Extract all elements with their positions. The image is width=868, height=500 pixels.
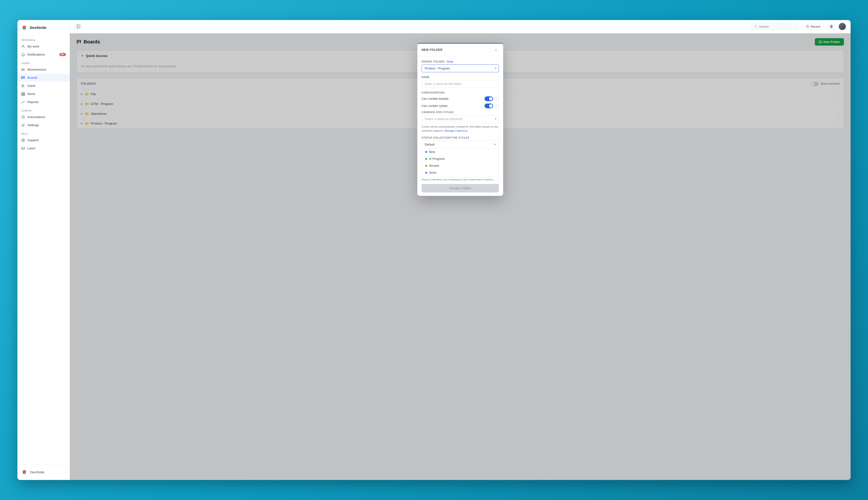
- sidebar-item-reports[interactable]: Reports: [18, 98, 70, 106]
- learn-icon: [21, 147, 25, 150]
- can-contain-cycles-row: Can contain cycles i: [421, 103, 499, 108]
- can-contain-boards-controls: i: [485, 96, 499, 101]
- content-area: Boards New Folder ▼ Quick Access No item…: [70, 33, 850, 480]
- recent-button[interactable]: Recent: [803, 23, 823, 30]
- items-label: Items: [27, 92, 35, 96]
- theme-toggle[interactable]: [827, 23, 835, 30]
- status-list: New In Progress Review: [421, 148, 499, 176]
- workstreams-label: Workstreams: [27, 68, 46, 71]
- status-done-label: Done: [429, 171, 436, 174]
- contrast-icon: [829, 25, 833, 29]
- search-input[interactable]: [759, 25, 796, 29]
- status-collection-dropdown[interactable]: Default ▾: [421, 140, 499, 148]
- sidebar-footer[interactable]: DevStride ›: [18, 464, 70, 480]
- can-contain-cycles-label: Can contain cycles: [421, 104, 448, 107]
- app-logo: DevStride: [18, 20, 70, 36]
- notifications-badge: 99+: [59, 53, 66, 56]
- cadence-hint: Cycles will be automatically created for…: [421, 125, 499, 133]
- items-icon: [21, 92, 25, 96]
- status-done: Done: [422, 169, 499, 176]
- can-contain-cycles-info[interactable]: i: [495, 104, 499, 108]
- reports-label: Reports: [27, 100, 39, 104]
- status-done-dot: [425, 172, 427, 174]
- svg-point-1: [22, 45, 24, 46]
- sidebar-item-learn[interactable]: Learn: [18, 144, 70, 152]
- bottom-app-name: DevStride: [30, 470, 44, 474]
- boards-label: Boards: [27, 76, 38, 79]
- svg-rect-6: [23, 76, 23, 78]
- svg-rect-9: [22, 86, 25, 86]
- status-in-progress-label: In Progress: [429, 157, 445, 161]
- status-in-progress-dot: [425, 158, 427, 160]
- settings-label: Settings: [27, 123, 39, 127]
- clear-parent-link[interactable]: Clear: [447, 60, 453, 63]
- reports-icon: [21, 100, 25, 104]
- settings-icon: [21, 123, 25, 127]
- svg-point-21: [754, 25, 756, 27]
- add-panel-button[interactable]: [74, 23, 82, 30]
- svg-rect-7: [24, 76, 25, 79]
- new-folder-modal: NEW FOLDER ✕ PARENT FOLDER Clear Product…: [417, 43, 503, 196]
- topbar: Recent: [70, 20, 850, 33]
- personal-section-label: PERSONAL: [18, 36, 70, 43]
- modal-close-button[interactable]: ✕: [493, 47, 499, 53]
- boards-icon: [21, 76, 25, 80]
- status-in-progress: In Progress: [422, 155, 499, 162]
- create-folder-button[interactable]: Create Folder: [421, 184, 499, 193]
- manage-cadences-link[interactable]: Manage Cadences: [444, 129, 467, 132]
- main-area: Recent Boards New Folder: [70, 20, 850, 480]
- svg-rect-5: [22, 76, 22, 79]
- automations-label: Automations: [27, 115, 45, 119]
- app-name: DevStride: [30, 25, 46, 30]
- sidebar-item-support[interactable]: Support: [18, 136, 70, 144]
- cadence-label: CADENCE FOR CYCLES: [421, 111, 499, 114]
- views-section-label: VIEWS: [18, 59, 70, 66]
- modal-overlay[interactable]: NEW FOLDER ✕ PARENT FOLDER Clear Product…: [70, 33, 850, 480]
- search-icon: [754, 25, 757, 28]
- parent-folder-select[interactable]: Product - Program: [421, 65, 499, 72]
- sidebar-item-boards[interactable]: Boards ›: [18, 74, 70, 82]
- can-contain-boards-label: Can contain boards: [421, 97, 449, 100]
- status-dropdown-chevron: ▾: [494, 143, 496, 146]
- status-collection-label: STATUS COLLECTION FOR CYCLES: [421, 136, 499, 139]
- help-section-label: HELP: [18, 129, 70, 136]
- status-default-value: Default: [425, 143, 435, 146]
- parent-folder-label: PARENT FOLDER Clear: [421, 60, 499, 63]
- svg-rect-10: [22, 87, 23, 87]
- configuration-label: CONFIGURATION: [421, 91, 499, 94]
- sidebar-item-my-work[interactable]: My work: [18, 43, 70, 50]
- can-contain-boards-row: Can contain boards i: [421, 96, 499, 101]
- sidebar-item-workstreams[interactable]: Workstreams: [18, 66, 70, 74]
- sidebar-item-items[interactable]: Items: [18, 90, 70, 98]
- sidebar: DevStride PERSONAL My work Notifications…: [18, 20, 70, 480]
- can-contain-cycles-toggle[interactable]: [485, 103, 493, 108]
- automations-icon: [21, 115, 25, 119]
- recent-label: Recent: [811, 25, 820, 29]
- bell-icon: [21, 53, 25, 57]
- status-new-dot: [425, 151, 427, 153]
- svg-point-17: [23, 140, 24, 141]
- sidebar-item-gantt[interactable]: Gantt: [18, 82, 70, 90]
- can-contain-boards-toggle[interactable]: [485, 96, 493, 101]
- boards-chevron: ›: [65, 76, 66, 79]
- notifications-label: Notifications: [27, 53, 45, 56]
- sidebar-bottom-logo[interactable]: DevStride ›: [18, 467, 70, 478]
- name-label: NAME: [421, 76, 499, 79]
- folder-name-input[interactable]: [421, 80, 499, 88]
- svg-rect-13: [22, 95, 25, 96]
- sidebar-item-settings[interactable]: Settings: [18, 121, 70, 129]
- can-contain-boards-info[interactable]: i: [495, 97, 499, 101]
- svg-rect-12: [22, 94, 25, 94]
- cadence-select[interactable]: Select a cadence (required): [421, 115, 499, 123]
- status-review-dot: [425, 165, 427, 167]
- name-label-text: NAME: [421, 76, 429, 79]
- parent-folder-select-wrapper: Product - Program ▾: [421, 65, 499, 72]
- my-work-label: My work: [27, 45, 39, 48]
- sidebar-item-notifications[interactable]: Notifications 99+: [18, 50, 70, 59]
- user-avatar[interactable]: [839, 23, 846, 30]
- sidebar-item-automations[interactable]: Automations: [18, 113, 70, 121]
- devstride-logo-icon: [21, 24, 28, 31]
- bottom-logo-icon: [21, 469, 28, 475]
- search-box[interactable]: [751, 23, 799, 30]
- parent-folder-label-text: PARENT FOLDER: [421, 60, 445, 63]
